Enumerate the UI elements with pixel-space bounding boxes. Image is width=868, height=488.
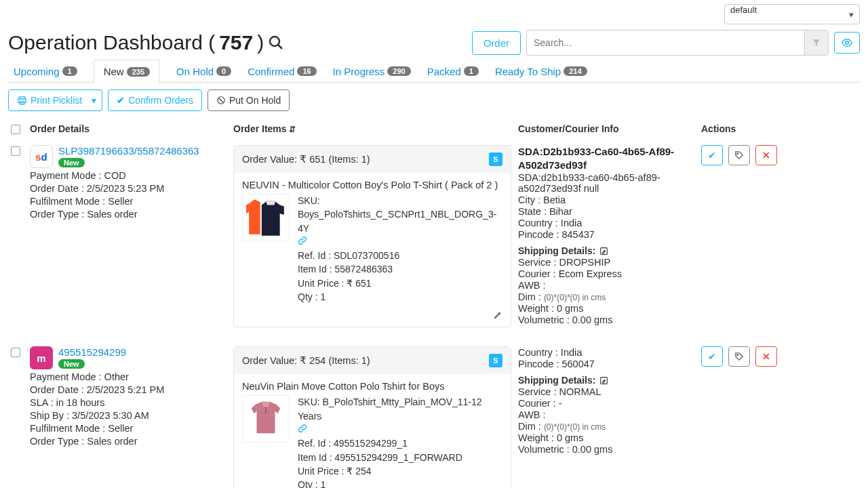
- cancel-action-button[interactable]: ✕: [755, 346, 777, 367]
- label-action-button[interactable]: [728, 346, 750, 367]
- tab-packed[interactable]: Packed1: [427, 60, 479, 83]
- row-checkbox[interactable]: [11, 348, 20, 357]
- close-icon: ✕: [762, 150, 770, 161]
- confirm-orders-button[interactable]: ✔ Confirm Orders: [108, 89, 202, 111]
- tab-confirmed[interactable]: Confirmed16: [248, 60, 316, 83]
- pencil-icon[interactable]: [494, 310, 502, 319]
- customer-name: SDA:D2b1b933-Ca60-4b65-Af89-A502d73ed93f: [518, 145, 701, 171]
- visibility-button[interactable]: [834, 32, 860, 54]
- svg-point-12: [737, 354, 738, 356]
- search-input[interactable]: [526, 30, 804, 56]
- item-title: NEUVIN - Multicolor Cotton Boy's Polo T-…: [242, 180, 502, 190]
- tab-on-hold[interactable]: On Hold0: [176, 60, 231, 83]
- status-badge: New: [58, 359, 85, 369]
- select-all-checkbox[interactable]: [11, 125, 20, 134]
- label-action-button[interactable]: [728, 145, 750, 165]
- cancel-action-button[interactable]: ✕: [755, 145, 777, 165]
- order-button[interactable]: Order: [472, 31, 521, 55]
- default-selector[interactable]: default: [724, 4, 860, 24]
- pencil-icon[interactable]: [599, 376, 608, 385]
- page-title: Operation Dashboard (757): [8, 31, 284, 54]
- col-order-items[interactable]: Order Items ⇵: [233, 123, 518, 134]
- svg-point-9: [737, 153, 738, 155]
- order-id-link[interactable]: 495515294299: [58, 346, 126, 358]
- order-id-link[interactable]: SLP3987196633/55872486363: [58, 145, 199, 157]
- confirm-action-button[interactable]: ✔: [701, 145, 723, 165]
- channel-icon-snapdeal: sd: [30, 145, 53, 168]
- svg-point-2: [846, 41, 849, 45]
- col-customer-info: Customer/Courier Info: [518, 123, 701, 134]
- col-order-details: Order Details: [30, 123, 233, 134]
- tabs: Upcoming1 New235 On Hold0 Confirmed16 In…: [8, 60, 860, 83]
- svg-point-0: [270, 37, 279, 46]
- product-image: [242, 395, 290, 443]
- svg-rect-4: [18, 99, 26, 103]
- check-icon: ✔: [708, 150, 716, 161]
- col-actions: Actions: [701, 123, 860, 134]
- close-icon: ✕: [762, 351, 770, 362]
- search-icon[interactable]: [268, 35, 284, 51]
- put-on-hold-button[interactable]: Put On Hold: [208, 89, 290, 111]
- link-icon[interactable]: [298, 236, 307, 245]
- filter-icon: [812, 38, 821, 47]
- tag-icon: [734, 352, 744, 361]
- check-icon: ✔: [117, 95, 125, 106]
- link-icon[interactable]: [298, 424, 307, 433]
- print-icon: [17, 96, 27, 106]
- ban-icon: [216, 96, 226, 105]
- filter-button[interactable]: [804, 30, 829, 56]
- svg-rect-10: [265, 407, 267, 414]
- tab-in-progress[interactable]: In Progress290: [333, 60, 411, 83]
- channel-icon-meesho: m: [30, 346, 53, 369]
- tab-ready-to-ship[interactable]: Ready To Ship214: [495, 60, 587, 83]
- print-picklist-dropdown[interactable]: ▾: [85, 89, 102, 111]
- tag-icon: [734, 150, 744, 160]
- s-badge: S: [489, 354, 502, 367]
- svg-line-1: [278, 45, 282, 49]
- row-checkbox[interactable]: [11, 146, 20, 156]
- check-icon: ✔: [708, 351, 716, 362]
- pencil-icon[interactable]: [599, 247, 608, 256]
- order-row: m 495515294299 New Payment Mode : Other …: [8, 340, 860, 488]
- s-badge: S: [489, 152, 502, 166]
- status-badge: New: [58, 158, 85, 167]
- confirm-action-button[interactable]: ✔: [701, 346, 723, 367]
- svg-line-7: [218, 98, 223, 103]
- order-row: sd SLP3987196633/55872486363 New Payment…: [8, 138, 860, 340]
- print-picklist-button[interactable]: Print Picklist: [8, 89, 91, 111]
- sort-icon: ⇵: [289, 125, 296, 134]
- order-value: Order Value: ₹ 254 (Items: 1): [242, 355, 370, 366]
- tab-upcoming[interactable]: Upcoming1: [14, 60, 77, 83]
- tab-new[interactable]: New235: [94, 60, 160, 83]
- item-title: NeuVin Plain Move Cotton Polo Tshirt for…: [242, 381, 502, 392]
- eye-icon: [841, 37, 853, 49]
- product-image: [242, 194, 290, 241]
- order-value: Order Value: ₹ 651 (Items: 1): [242, 154, 370, 165]
